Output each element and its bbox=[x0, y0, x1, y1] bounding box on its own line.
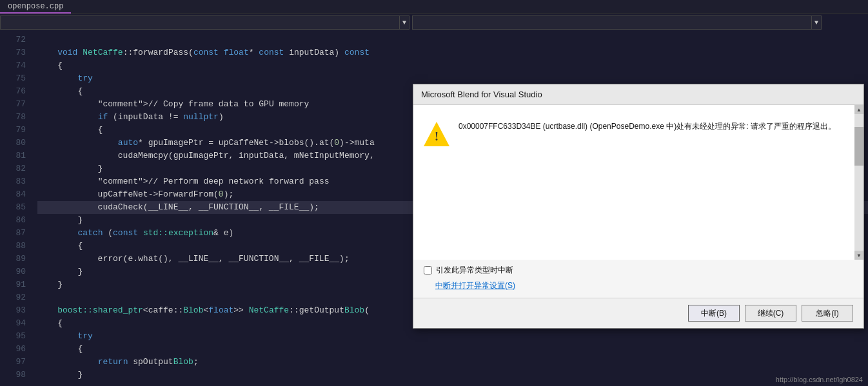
code-line: try bbox=[37, 72, 868, 85]
exception-checkbox[interactable] bbox=[424, 266, 432, 275]
ignore-button[interactable]: 忽略(I) bbox=[802, 305, 853, 322]
line-number: 78 bbox=[0, 111, 26, 124]
line-number: 77 bbox=[0, 98, 26, 111]
line-number: 72 bbox=[0, 34, 26, 46]
right-dropdown-arrow[interactable]: ▼ bbox=[811, 15, 822, 30]
line-number: 95 bbox=[0, 330, 26, 343]
line-number: 84 bbox=[0, 188, 26, 201]
line-numbers: 7273747576777879808182838485868788899091… bbox=[0, 31, 32, 386]
line-number: 89 bbox=[0, 253, 26, 265]
tab-bar: openpose.cpp bbox=[0, 0, 868, 14]
dialog-title: Microsoft Blend for Visual Studio bbox=[413, 84, 863, 105]
line-number: 79 bbox=[0, 124, 26, 137]
left-dropdown[interactable] bbox=[0, 15, 400, 30]
code-line: { bbox=[37, 343, 868, 356]
line-number: 80 bbox=[0, 137, 26, 150]
line-number: 88 bbox=[0, 240, 26, 253]
scrollbar-thumb[interactable] bbox=[854, 127, 863, 166]
code-line bbox=[37, 34, 868, 46]
scroll-down-arrow[interactable]: ▼ bbox=[854, 251, 863, 260]
line-number: 97 bbox=[0, 356, 26, 369]
file-tab[interactable]: openpose.cpp bbox=[0, 1, 71, 14]
dropdown-row: ▼ ▼ bbox=[0, 14, 868, 31]
line-number: 87 bbox=[0, 227, 26, 240]
line-number: 94 bbox=[0, 317, 26, 330]
line-number: 76 bbox=[0, 85, 26, 98]
code-line: { bbox=[37, 59, 868, 72]
break-button[interactable]: 中断(B) bbox=[688, 305, 740, 322]
dialog-buttons: 中断(B) 继续(C) 忽略(I) bbox=[413, 298, 863, 328]
dialog-message-area: ! 0x00007FFC633D34BE (ucrtbase.dll) (Ope… bbox=[424, 115, 853, 153]
dialog-scrollbar[interactable]: ▲ ▼ bbox=[854, 105, 863, 260]
dialog-checkbox-row: 引发此异常类型时中断 bbox=[413, 260, 863, 278]
code-line: return spOutputBlob; bbox=[37, 356, 868, 369]
line-number: 92 bbox=[0, 291, 26, 304]
line-number: 85 bbox=[0, 201, 26, 214]
warning-exclaim: ! bbox=[435, 131, 439, 142]
scroll-up-arrow[interactable]: ▲ bbox=[854, 105, 863, 114]
line-number: 98 bbox=[0, 369, 26, 381]
line-number: 86 bbox=[0, 214, 26, 227]
dialog-error-text: 0x00007FFC633D34BE (ucrtbase.dll) (OpenP… bbox=[459, 121, 853, 132]
line-number: 73 bbox=[0, 46, 26, 59]
code-line: try bbox=[37, 330, 868, 343]
code-line: } bbox=[37, 369, 868, 381]
line-number: 96 bbox=[0, 343, 26, 356]
continue-button[interactable]: 继续(C) bbox=[745, 305, 796, 322]
line-number: 74 bbox=[0, 59, 26, 72]
dialog-body: ! 0x00007FFC633D34BE (ucrtbase.dll) (Ope… bbox=[413, 105, 863, 260]
line-number: 93 bbox=[0, 304, 26, 317]
line-number: 82 bbox=[0, 162, 26, 175]
code-line: void NetCaffe::forwardPass(const float* … bbox=[37, 46, 868, 59]
exception-settings-link[interactable]: 中断并打开异常设置(S) bbox=[435, 281, 515, 290]
checkbox-label: 引发此异常类型时中断 bbox=[436, 265, 513, 276]
left-dropdown-arrow[interactable]: ▼ bbox=[399, 15, 409, 30]
line-number: 75 bbox=[0, 72, 26, 85]
dialog-link-row: 中断并打开异常设置(S) bbox=[413, 278, 863, 298]
line-number: 91 bbox=[0, 278, 26, 291]
line-number: 81 bbox=[0, 150, 26, 162]
line-number: 83 bbox=[0, 175, 26, 188]
line-number: 90 bbox=[0, 265, 26, 278]
right-dropdown[interactable] bbox=[412, 15, 812, 30]
dialog-box: Microsoft Blend for Visual Studio ! 0x00… bbox=[413, 84, 864, 329]
warning-icon: ! bbox=[424, 122, 449, 148]
